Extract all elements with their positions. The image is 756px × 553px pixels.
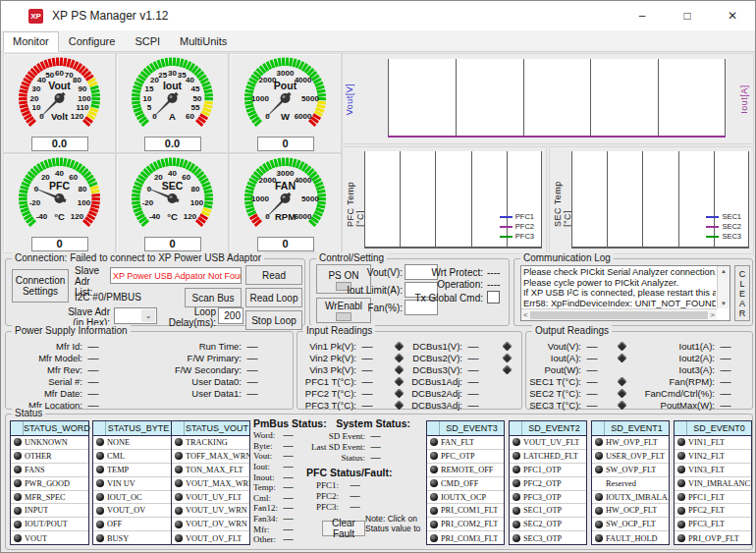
svg-text:45: 45 — [191, 84, 200, 93]
input-reading-label: DCBus3(V): — [409, 364, 462, 375]
sd-event-row: VIN_IMBALANCE — [675, 477, 751, 491]
svg-text:°C: °C — [167, 211, 178, 222]
header-led-column — [675, 421, 687, 435]
control-field-label: Iout Limit(A): — [318, 285, 403, 296]
pfc-status-value[interactable]: ----- — [350, 502, 359, 512]
ps-info-left-column: Mfr Id:-----Mfr Model:-----Mfr Rev:-----… — [10, 340, 127, 411]
status-row-label: TEMP — [107, 466, 129, 474]
operation-value: ---- — [487, 279, 500, 290]
vertical-scrollbar[interactable]: ▲ ▼ — [717, 266, 729, 308]
loop-delay-input[interactable] — [218, 307, 243, 324]
slave-adr-select[interactable]: ⌄ — [114, 307, 157, 324]
close-button[interactable]: ✕ — [710, 1, 755, 30]
status-led-icon — [677, 534, 685, 542]
stop-loop-button[interactable]: Stop Loop — [245, 310, 302, 330]
status-led-icon — [175, 521, 183, 528]
pmbus-status-value[interactable]: ----- — [283, 451, 293, 461]
read-loop-button[interactable]: Read Loop — [245, 288, 302, 307]
system-status-value[interactable]: ----- — [370, 431, 380, 441]
scan-bus-button[interactable]: Scan Bus — [185, 288, 242, 307]
ps-info-label: User Data1: — [155, 388, 242, 399]
svg-text:SEC: SEC — [162, 180, 184, 192]
legend-item: PFC1 — [500, 212, 534, 221]
svg-text:60: 60 — [55, 69, 64, 78]
chart-gridline — [590, 59, 591, 138]
header-led-column — [172, 421, 185, 435]
ps-info-label: User Data0: — [155, 376, 242, 387]
pmbus-status-value[interactable]: ----- — [283, 482, 293, 492]
status-led-icon — [96, 466, 104, 473]
status-led-icon — [14, 452, 22, 460]
bus-label: I2C #0/PMBUS — [75, 292, 163, 303]
scroll-right-icon[interactable]: > — [710, 310, 715, 319]
reading-led-diamond-icon — [395, 364, 405, 374]
scrollbar-thumb[interactable] — [530, 311, 709, 319]
sd-event-row-label: PFC2_OTP — [523, 479, 562, 488]
chart-right-axis-label: Iout[A] — [739, 84, 749, 114]
input-reading-row: Vin1 Pk(V):----- — [303, 340, 403, 352]
pmbus-status-label: Other: — [253, 534, 283, 544]
pmbus-status-value[interactable]: ----- — [283, 462, 293, 471]
svg-text:Iout: Iout — [163, 80, 183, 91]
sd-event-row-label: PRI_COM2_FLT — [441, 520, 498, 528]
output-reading-label: Vout(V): — [528, 341, 581, 352]
scroll-down-icon[interactable]: ▼ — [721, 301, 727, 306]
sd-event-row-label: SEC1_OTP — [523, 506, 562, 515]
app-icon: XP — [28, 9, 43, 24]
svg-text:5000: 5000 — [301, 194, 319, 203]
svg-text:FAN: FAN — [275, 180, 296, 192]
status-led-icon — [513, 466, 520, 473]
pmbus-status-value[interactable]: ----- — [283, 430, 293, 440]
status-table-status_byte: STATUS_BYTENONECMLTEMPVIN UVIOUT_OCVOUT_… — [92, 420, 172, 545]
pfc-status-value[interactable]: ----- — [350, 480, 359, 490]
status-header: STATUS_VOUT — [172, 421, 249, 436]
output-reading-value: ----- — [720, 364, 749, 375]
input-reading-value: ----- — [467, 400, 495, 411]
comm-log-line: If XP USB I²C is connected, please resta… — [523, 288, 716, 299]
tx-global-cmd-label: Tx Global Cmd: — [412, 293, 483, 304]
gauge-dial-sec: -40-20020406080100120SEC°C — [117, 154, 228, 237]
sd-event-row-label: FAN_FLT — [441, 438, 474, 447]
scroll-up-icon[interactable]: ▲ — [721, 268, 727, 274]
pmbus-status-value[interactable]: ----- — [283, 514, 293, 524]
pmbus-status-value[interactable]: ----- — [283, 534, 293, 544]
input-reading-label: Vin1 Pk(V): — [303, 341, 356, 352]
tx-global-cmd-checkbox[interactable] — [487, 291, 500, 304]
status-row-label: UNKNOWN — [25, 438, 68, 447]
pmbus-status-value[interactable]: ----- — [283, 472, 293, 482]
adaptor-status-field[interactable]: XP Power USB Adpator Not Found — [110, 267, 242, 284]
adaptor-status-text: XP Power USB Adpator Not Found — [113, 271, 242, 281]
status-led-icon — [96, 534, 104, 542]
pfc-status-value[interactable]: ----- — [350, 491, 359, 501]
sd-event-row: PRI_COM2_FLT — [427, 518, 504, 531]
comm-log-textbox[interactable]: Please check PICkit Serial Analyzer conn… — [520, 265, 730, 321]
pmbus-status-value[interactable]: ----- — [283, 503, 293, 513]
system-status-value[interactable]: ----- — [370, 453, 380, 463]
output-reading-row: Fan(RPM):----- — [636, 375, 749, 387]
read-button[interactable]: Read — [245, 265, 302, 285]
system-status-value[interactable]: ----- — [370, 442, 380, 452]
pmbus-status-value[interactable]: ----- — [283, 441, 293, 451]
tab-scpi[interactable]: SCPI — [125, 31, 170, 52]
maximize-button[interactable]: □ — [665, 1, 710, 30]
output-reading-label: Iout1(A): — [636, 341, 715, 352]
tab-monitor[interactable]: Monitor — [3, 31, 59, 52]
clear-log-button[interactable]: CLEAR — [734, 265, 750, 321]
svg-text:10: 10 — [143, 94, 152, 103]
header-led-column — [93, 421, 106, 435]
connection-settings-button[interactable]: Connection Settings — [12, 269, 69, 303]
scroll-left-icon[interactable]: < — [523, 310, 528, 319]
sd-event-row-label: HW_OVP_FLT — [606, 438, 658, 447]
output-reading-label: Iout(A): — [528, 353, 581, 363]
tab-multiunits[interactable]: MultiUnits — [170, 31, 237, 52]
horizontal-scrollbar[interactable]: < > — [521, 308, 717, 320]
input-reading-value: ----- — [361, 400, 387, 411]
sd-event-row: SEC3_OTP — [510, 531, 586, 545]
tab-configure[interactable]: Configure — [59, 31, 126, 52]
minimize-button[interactable]: – — [620, 1, 665, 30]
sd-event-row: REMOTE_OFF — [427, 464, 504, 477]
pmbus-status-value[interactable]: ----- — [283, 493, 293, 503]
clear-fault-button[interactable]: Clear Fault — [322, 521, 365, 536]
status-led-icon — [14, 493, 22, 501]
pmbus-status-value[interactable]: ----- — [283, 525, 293, 534]
